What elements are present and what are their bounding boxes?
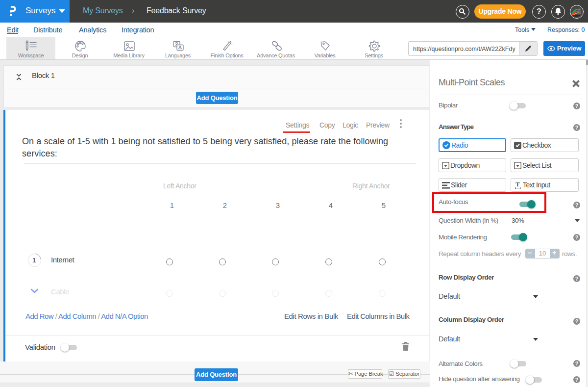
svg-text:T: T (515, 181, 520, 188)
